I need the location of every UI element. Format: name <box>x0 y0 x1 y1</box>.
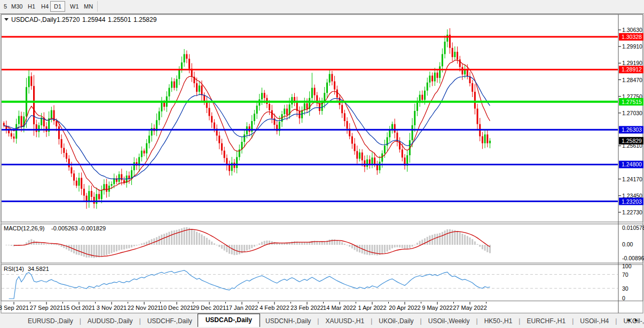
level-price-label: 1.26303 <box>622 126 642 133</box>
macd-histogram-bar <box>151 239 153 245</box>
chart-tab-hk50-h1[interactable]: HK50-,H1 <box>479 316 518 326</box>
macd-histogram-bar <box>349 245 350 247</box>
timeframe-button-d1[interactable]: D1 <box>50 1 65 12</box>
tab-separator: | <box>317 317 319 325</box>
candle-body <box>311 88 313 98</box>
timeframe-button-m30[interactable]: M30 <box>9 2 25 11</box>
macd-histogram-bar <box>193 230 195 245</box>
chart-title-low: 1.25501 <box>108 16 131 23</box>
macd-histogram-bar <box>184 227 185 245</box>
macd-histogram-bar <box>399 245 400 247</box>
macd-values: -0.005263 -0.001829 <box>51 225 106 231</box>
candle-body <box>203 95 205 102</box>
macd-histogram-bar <box>166 233 168 245</box>
candle-body <box>467 70 468 76</box>
panel-divider[interactable] <box>1 222 643 224</box>
candle-body <box>366 159 368 167</box>
macd-histogram-bar <box>369 245 371 255</box>
date-label: 15 Oct 2021 <box>63 305 95 311</box>
candle-body <box>384 146 386 154</box>
macd-histogram-bar <box>41 243 42 245</box>
candle-body <box>214 123 215 129</box>
candle-body <box>256 106 258 114</box>
chart-title-open: 1.25720 <box>57 16 80 23</box>
candle-body <box>184 54 185 62</box>
candle-body <box>78 178 80 186</box>
chart-tab-usdchf-daily[interactable]: USDCHF-,Daily <box>142 316 198 326</box>
candle-body <box>334 82 335 90</box>
macd-histogram-bar <box>319 242 320 245</box>
candle-body <box>474 92 476 109</box>
tab-separator: | <box>476 317 478 325</box>
chart-title-close: 1.25829 <box>133 16 157 23</box>
candle-body <box>424 91 426 100</box>
macd-histogram-bar <box>168 232 170 245</box>
timeframe-button-h4[interactable]: H4 <box>38 2 51 11</box>
candle-body <box>304 103 305 110</box>
candle-body <box>143 150 145 153</box>
candle-body <box>181 62 183 70</box>
chart-tab-ukoil-daily[interactable]: UKOil-,Daily <box>373 316 419 326</box>
candle-body <box>36 124 37 132</box>
macd-histogram-bar <box>43 244 45 245</box>
macd-histogram-bar <box>56 245 57 245</box>
timeframe-button-w1[interactable]: W1 <box>67 2 82 11</box>
macd-histogram-bar <box>472 239 473 245</box>
macd-histogram-bar <box>351 245 353 249</box>
candle-body <box>236 157 238 168</box>
chart-tab-usdcnh-daily[interactable]: USDCNH-,Daily <box>260 316 316 326</box>
chart-tab-usoil-h4[interactable]: USOil-,H4 <box>575 316 614 326</box>
candle-body <box>229 165 230 171</box>
candle-body <box>233 163 235 168</box>
macd-histogram-bar <box>58 245 60 245</box>
timeframe-button-mn[interactable]: MN <box>81 2 96 11</box>
macd-histogram-bar <box>103 245 105 255</box>
tab-separator: | <box>519 317 520 325</box>
macd-histogram-bar <box>181 228 183 245</box>
candle-body <box>73 173 75 180</box>
candle-body <box>484 134 486 143</box>
macd-histogram-bar <box>224 245 225 251</box>
macd-histogram-bar <box>78 245 80 255</box>
chart-window[interactable]: 1.306301.299101.291901.284701.277501.270… <box>0 14 644 314</box>
chart-tab-xauusd-h1[interactable]: XAUUSD-,H1 <box>320 316 370 326</box>
date-label: 23 Feb 2022 <box>290 305 324 311</box>
macd-histogram-bar <box>244 245 245 252</box>
chart-tab-usdcad-daily[interactable]: USDCAD-,Daily <box>198 314 260 327</box>
candle-body <box>70 167 72 174</box>
macd-histogram-bar <box>146 242 147 245</box>
candle-body <box>394 124 396 133</box>
level-price-label: 1.27515 <box>622 99 642 105</box>
macd-histogram-bar <box>436 234 438 245</box>
chart-tab-eurusd-daily[interactable]: EURUSD-,Daily <box>22 316 78 326</box>
candle-body <box>119 174 120 182</box>
macd-histogram-bar <box>264 241 265 245</box>
candle-body <box>331 74 333 82</box>
candle-body <box>11 133 12 137</box>
tab-scroll-right-icon[interactable]: ► <box>634 317 642 323</box>
chart-tab-usoil-weekly[interactable]: USOil-,Weekly <box>423 316 475 326</box>
macd-histogram-bar <box>171 231 172 245</box>
tab-scroll-arrows[interactable]: ◄► <box>626 317 642 323</box>
tab-separator: | <box>572 317 574 325</box>
macd-histogram-bar <box>143 243 145 245</box>
candle-body <box>174 82 175 88</box>
date-label: 14 Mar 2022 <box>323 305 356 311</box>
price-chart-canvas[interactable]: 1.306301.299101.291901.284701.277501.270… <box>0 14 644 314</box>
rsi-axis-30: 30 <box>622 285 629 292</box>
candle-body <box>66 153 67 159</box>
timeframe-button-h1[interactable]: H1 <box>25 2 38 11</box>
chart-tab-audusd-daily[interactable]: AUDUSD-,Daily <box>82 316 138 326</box>
macd-histogram-bar <box>239 245 240 254</box>
macd-histogram-bar <box>128 245 130 248</box>
candle-body <box>319 103 320 111</box>
macd-histogram-bar <box>203 236 205 245</box>
macd-histogram-bar <box>459 232 461 245</box>
macd-histogram-bar <box>53 244 55 245</box>
chart-tab-eurchf-h1[interactable]: EURCHF-,H1 <box>521 316 571 326</box>
date-label: 3 Nov 2021 <box>97 305 127 311</box>
macd-histogram-bar <box>161 235 162 245</box>
macd-histogram-bar <box>83 245 85 257</box>
macd-histogram-bar <box>138 245 140 245</box>
tab-scroll-left-icon[interactable]: ◄ <box>626 317 634 323</box>
